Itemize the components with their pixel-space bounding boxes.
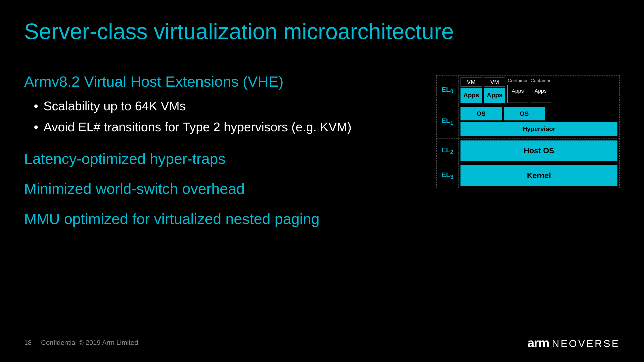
hypervisor-cell: Hypervisor <box>460 122 618 136</box>
neoverse-text: NEOVERSE <box>552 338 620 350</box>
page-number: 18 <box>24 339 32 346</box>
el1-cells: OS OS Hypervisor <box>458 105 619 138</box>
container2-header: Container <box>530 77 551 84</box>
os2-cell: OS <box>504 107 545 120</box>
el2-text: EL2 <box>442 146 454 155</box>
container1-apps: Apps <box>507 85 528 103</box>
el0-cells: VM Apps VM Apps Container Apps <box>458 75 619 105</box>
el2-cells: Host OS <box>458 138 619 163</box>
container1-header: Container <box>507 77 528 84</box>
mmu-heading: MMU optimized for virtualized nested pag… <box>24 210 417 228</box>
container1-column: Container Apps <box>507 77 528 103</box>
el0-label: EL0 <box>437 75 458 105</box>
el0-text: EL0 <box>442 86 454 95</box>
el3-label: EL3 <box>437 163 458 188</box>
vm1-column: VM Apps <box>460 77 482 103</box>
diagram-grid: EL0 VM Apps VM Apps <box>437 75 619 188</box>
left-content: Armv8.2 Virtual Host Extensions (VHE) Sc… <box>24 73 417 240</box>
el1-text: EL1 <box>442 117 454 126</box>
el1-label: EL1 <box>437 105 458 138</box>
container2-column: Container Apps <box>530 77 551 103</box>
el3-text: EL3 <box>442 171 454 180</box>
vm2-column: VM Apps <box>484 77 506 103</box>
vm2-apps: Apps <box>484 88 506 103</box>
vm1-apps: Apps <box>460 88 482 103</box>
architecture-diagram: EL0 VM Apps VM Apps <box>436 75 620 188</box>
container2-apps: Apps <box>530 85 551 103</box>
vm1-header: VM <box>460 77 482 87</box>
el2-label: EL2 <box>437 138 458 163</box>
slide-title: Server-class virtualization microarchite… <box>24 19 620 44</box>
vhe-heading: Armv8.2 Virtual Host Extensions (VHE) <box>24 73 417 90</box>
kernel-cell: Kernel <box>460 165 618 186</box>
el1-spacer <box>547 107 618 120</box>
el3-row: EL3 Kernel <box>437 163 619 188</box>
vm2-header: VM <box>484 77 506 87</box>
slide: Server-class virtualization microarchite… <box>0 0 644 362</box>
content-area: Armv8.2 Virtual Host Extensions (VHE) Sc… <box>24 73 620 240</box>
world-heading: Minimized world-switch overhead <box>24 180 417 198</box>
el2-row: EL2 Host OS <box>437 138 619 163</box>
el1-row: EL1 OS OS Hypervisor <box>437 105 619 138</box>
diagram-wrapper: EL0 VM Apps VM Apps <box>436 75 620 188</box>
el1-os-row: OS OS <box>460 107 618 120</box>
copyright-text: Confidential © 2019 Arm Limited <box>41 339 138 346</box>
arm-logo: arm <box>527 336 549 350</box>
vhe-bullets: Scalability up to 64K VMs Avoid EL# tran… <box>34 98 417 135</box>
bullet-1: Scalability up to 64K VMs <box>34 98 417 114</box>
el0-row: EL0 VM Apps VM Apps <box>437 75 619 105</box>
arm-brand-text: arm <box>527 336 549 350</box>
bullet-2: Avoid EL# transitions for Type 2 hypervi… <box>34 119 417 135</box>
host-os-cell: Host OS <box>460 140 618 161</box>
latency-heading: Latency-optimized hyper-traps <box>24 150 417 168</box>
footer-right: arm NEOVERSE <box>527 336 620 350</box>
footer: 18 Confidential © 2019 Arm Limited arm N… <box>24 336 620 350</box>
os1-cell: OS <box>460 107 502 120</box>
el3-cells: Kernel <box>458 163 619 188</box>
footer-left: 18 Confidential © 2019 Arm Limited <box>24 339 138 347</box>
